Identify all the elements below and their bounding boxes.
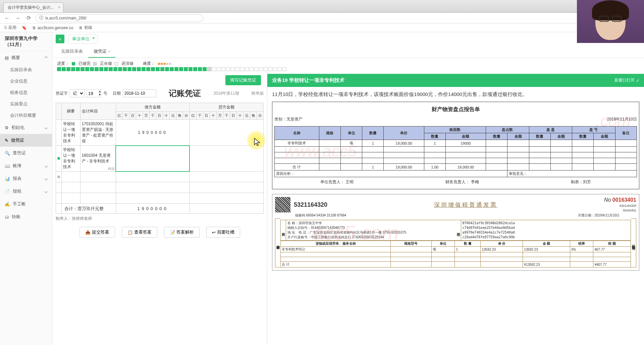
h-count: 盘点数 <box>486 127 529 133</box>
address-bar[interactable]: ⓘ lx.acc5.com/main_268/ <box>36 14 203 22</box>
voucher-number[interactable] <box>88 90 98 97</box>
sign-maker: 制表：刘芳 <box>571 179 591 185</box>
bm-label: acc5com.gensee.co <box>38 26 73 30</box>
label: 做凭证 <box>94 49 107 54</box>
feedback-button[interactable]: ↩ 我要吐槽 <box>206 227 240 238</box>
sidebar-report[interactable]: 📊 报表 <box>0 172 52 185</box>
tab-voucher[interactable]: 做凭证× <box>88 46 115 58</box>
info-icon: ⓘ <box>39 15 43 21</box>
h-book: 账面数 <box>424 127 486 133</box>
open-new-window-button[interactable]: 新窗口打开 ⤢ <box>614 78 639 83</box>
presenter-video <box>577 0 644 43</box>
progress-label: 进度： <box>57 61 69 66</box>
label: 新窗口打开 <box>614 78 635 83</box>
org-select[interactable]: 事业单位 <box>68 34 98 44</box>
sidebar-sub-focus[interactable]: 实操重点 <box>0 98 52 110</box>
voucher-date-input[interactable] <box>123 89 156 97</box>
tab-close-icon[interactable]: × <box>58 5 60 9</box>
col-subject: 会计科目 <box>80 103 116 120</box>
task-title: 业务19 学校转让一项非专利技术 <box>272 77 344 84</box>
label: 我要吐槽 <box>217 229 234 235</box>
sidebar-tax[interactable]: 📄 报税 <box>0 185 52 198</box>
legend-doing-icon <box>93 62 97 65</box>
sidebar-collapse-icon[interactable]: « <box>56 35 64 43</box>
label: 手工帐 <box>13 201 26 207</box>
table-row <box>275 152 637 158</box>
voucher-number-input[interactable]: ▲▼ <box>87 89 101 97</box>
bookmark-item[interactable]: 🔖 <box>22 26 27 30</box>
submit-button[interactable]: 📤 提交答案 <box>79 227 115 238</box>
label: 查看答案 <box>134 229 152 235</box>
label: 初始化 <box>11 125 24 131</box>
sidebar-check-voucher[interactable]: 🔍 查凭证 <box>0 147 52 159</box>
label: 做凭证 <box>11 137 24 143</box>
qr-code-icon <box>275 197 290 212</box>
entry-debit[interactable] <box>116 171 190 182</box>
row-marker-icon <box>57 176 60 178</box>
apps-icon[interactable]: ⠿ 应用 <box>4 25 16 31</box>
h-sa: 金额 <box>507 133 529 140</box>
sidebar-init[interactable]: ⚙ 初始化 <box>0 121 52 134</box>
bookmark-item[interactable]: 🗎 acc5com.gensee.co <box>32 26 73 30</box>
bm-label: 应用 <box>8 25 16 31</box>
col-credit: 贷方金额 <box>190 103 263 112</box>
entry-subject[interactable]: 1701002001 待处置资产损溢 - 无形资产 - 处置资产价值 <box>80 120 116 146</box>
sidebar-sub-tax[interactable]: 税务信息 <box>0 87 52 98</box>
buyer-label: 购买方 <box>281 220 286 240</box>
check-code: 68564 54334 31108 87664 <box>306 213 346 217</box>
sidebar-quick[interactable]: 🗂 快账 <box>0 210 52 223</box>
legend-done: 已做完 <box>78 61 91 66</box>
subject-detail-label: 科目 <box>108 166 115 171</box>
label: 报税 <box>13 188 21 194</box>
sidebar-sub-company[interactable]: 企业信息 <box>0 76 52 87</box>
h-sq: 数量 <box>424 133 445 140</box>
table-row: 非专利技术项119,000.00 119000 <box>275 140 637 147</box>
sidebar-sub-catalog[interactable]: 实操目录表 <box>0 64 52 76</box>
label: 答案解析 <box>176 229 194 235</box>
progress-blocks <box>52 66 644 74</box>
reason-row: 原因分析：审批意见： <box>275 170 637 177</box>
fill-voucher-button[interactable]: 填写记账凭证 <box>225 75 261 85</box>
tab-title: 会计学堂实操中心_会计... <box>8 5 54 10</box>
entry-summary[interactable] <box>62 171 80 182</box>
tab-close-icon[interactable]: × <box>108 49 110 53</box>
total-credit <box>190 204 263 214</box>
sidebar-overview[interactable]: ▤ 概要 <box>0 51 52 64</box>
entry-debit[interactable]: 1900000 <box>116 120 190 146</box>
entry-credit[interactable] <box>190 120 263 146</box>
pwd-label: 密码区 <box>456 220 461 240</box>
h-sq: 数量 <box>529 133 550 140</box>
voucher-type-select[interactable]: 记 <box>70 89 85 97</box>
entry-subject[interactable] <box>80 171 116 182</box>
nav-forward-icon[interactable]: → <box>14 14 21 22</box>
tab-catalog[interactable]: 实操目录表 <box>56 46 88 58</box>
sidebar-ledger[interactable]: 📖 账簿 <box>0 159 52 172</box>
sidebar-sub-accounts[interactable]: 会计科目概要 <box>0 110 52 121</box>
browser-tab[interactable]: 会计学堂实操中心_会计... × <box>3 2 63 12</box>
invoice-title: 深圳增值税普通发票 <box>331 201 601 209</box>
difficulty-label: 难度： <box>143 61 155 66</box>
label: 提交答案 <box>92 229 109 235</box>
date-label: 日期 <box>113 91 121 96</box>
view-answer-button[interactable]: 📋 查看答案 <box>122 227 157 238</box>
entry-credit[interactable] <box>190 171 263 182</box>
table-row <box>275 158 637 164</box>
nav-back-icon[interactable]: ← <box>3 14 11 22</box>
h-sq: 数量 <box>572 133 594 140</box>
nav-reload-icon[interactable]: ⟳ <box>25 14 32 22</box>
analysis-button[interactable]: 📝 答案解析 <box>164 227 200 238</box>
bookmark-item[interactable]: 🗎 初级 <box>79 25 92 31</box>
h-unit: 单位 <box>340 127 362 140</box>
check-label: 校验码 <box>295 213 305 217</box>
entry-subject[interactable]: 1601004 无形资产 - 非专利技术科目 <box>80 146 116 171</box>
entry-credit[interactable] <box>190 146 263 171</box>
entry-summary[interactable]: 学校转让一项非专利技术 <box>62 120 80 146</box>
voucher-table: 摘要 会计科目 借方金额 贷方金额 亿千百十万千百十元角分亿千百十万千百十元角分… <box>56 103 264 214</box>
entry-debit-input[interactable] <box>116 146 190 171</box>
sign-finance: 财务负责人： 李梅 <box>445 179 479 185</box>
total-debit: 1900000 <box>116 204 190 214</box>
sidebar-manual[interactable]: ✍ 手工帐 <box>0 198 52 210</box>
sidebar-make-voucher[interactable]: ✎ 做凭证 <box>0 134 52 147</box>
entry-summary[interactable]: 学校转让一项非专利技术 <box>62 146 80 171</box>
h-spec: 规格 <box>319 127 340 140</box>
